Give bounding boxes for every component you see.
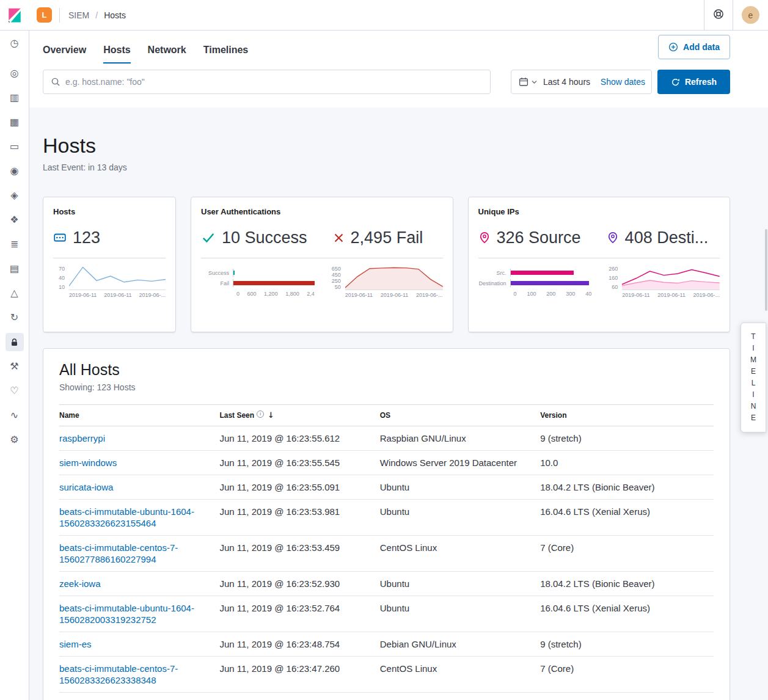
refresh-button[interactable]: Refresh xyxy=(657,70,730,94)
content-header: OverviewHostsNetworkTimelines Add data xyxy=(29,31,768,108)
nav-recently-viewed[interactable]: ◷ xyxy=(5,34,24,53)
map-pin-icon xyxy=(607,232,619,244)
column-header-name[interactable]: Name xyxy=(59,405,219,426)
search-input[interactable] xyxy=(65,77,483,87)
bar-track xyxy=(233,279,315,287)
nav-canvas[interactable]: ▭ xyxy=(5,137,24,156)
nav-infrastructure[interactable]: ▤ xyxy=(5,260,24,278)
timeline-letter: I xyxy=(741,343,766,354)
host-name-link[interactable]: siem-windows xyxy=(59,458,117,468)
nav-graph[interactable]: ❖ xyxy=(5,211,24,229)
bar-row: Destination xyxy=(478,279,592,287)
nav-logs[interactable]: ≣ xyxy=(5,235,24,253)
all-hosts-title: All Hosts xyxy=(59,361,714,379)
x-tick: 2019-06-... xyxy=(693,292,720,298)
host-name-link[interactable]: zeek-iowa xyxy=(59,578,101,589)
help-button[interactable] xyxy=(713,9,724,21)
y-tick: 260 xyxy=(606,266,618,272)
sparkline xyxy=(622,266,720,290)
page-body: Hosts Last Event: in 13 days Hosts 123 xyxy=(29,108,768,700)
nav-discover[interactable]: ◎ xyxy=(5,64,24,82)
host-name-link[interactable]: siem-es xyxy=(59,639,92,649)
space-badge[interactable]: L xyxy=(37,7,52,23)
version-cell: 7 (Core) xyxy=(540,657,714,693)
y-tick: 160 xyxy=(606,275,618,281)
host-name-link[interactable]: beats-ci-immutable-ubuntu-1604-156028332… xyxy=(59,506,194,528)
column-header-os[interactable]: OS xyxy=(380,405,540,426)
tab-overview[interactable]: Overview xyxy=(43,45,86,64)
calendar-icon xyxy=(519,77,528,87)
plus-in-circle-icon xyxy=(668,42,678,52)
uptime-icon: ↻ xyxy=(10,313,18,323)
column-label: Version xyxy=(540,411,566,420)
x-tick: 2019-06-11 xyxy=(345,292,373,298)
host-name-link[interactable]: raspberrypi xyxy=(59,433,105,443)
breadcrumb-separator: / xyxy=(95,10,98,20)
column-header-last-seen[interactable]: Last Seeni↓ xyxy=(219,405,379,426)
y-tick: 40 xyxy=(53,275,65,281)
y-axis-labels: 26016060 xyxy=(606,266,620,290)
scrollbar-thumb[interactable] xyxy=(765,229,767,311)
hosts-count: 123 xyxy=(73,228,100,247)
app-nav-rail: ◷◎▥▦▭◉◈❖≣▤△↻⚒♡∿⚙ xyxy=(0,31,29,700)
all-hosts-showing: Showing: 123 Hosts xyxy=(59,382,714,392)
x-tick: 2019-06-11 xyxy=(104,292,131,298)
table-row: siem-windowsJun 11, 2019 @ 16:23:55.545W… xyxy=(59,451,714,475)
spark-row: 704010 xyxy=(53,266,166,290)
canvas-icon: ▭ xyxy=(10,142,19,151)
topbar-right: e xyxy=(704,0,768,30)
breadcrumb-page: Hosts xyxy=(104,10,126,20)
host-name-cell: siem-windows xyxy=(59,451,219,475)
host-name-link[interactable]: beats-ci-immutable-ubuntu-1604-156028200… xyxy=(59,603,194,625)
tab-hosts[interactable]: Hosts xyxy=(103,45,130,64)
nav-stack-monitoring[interactable]: ♡ xyxy=(5,382,24,400)
card-divider xyxy=(201,258,443,258)
nav-management[interactable]: ⚙ xyxy=(5,431,24,449)
bar-category-label: Destination xyxy=(478,280,510,286)
success-stat: 10 Success xyxy=(201,228,307,247)
bar xyxy=(511,271,574,275)
last-seen-cell: Jun 11, 2019 @ 16:23:55.612 xyxy=(219,426,379,451)
calendar-dropdown-button[interactable] xyxy=(517,76,538,88)
version-cell: 18.04.2 LTS (Bionic Beaver) xyxy=(540,572,714,596)
nav-uptime[interactable]: ↻ xyxy=(5,308,24,327)
column-header-version[interactable]: Version xyxy=(540,405,714,426)
bar-track xyxy=(510,269,592,277)
host-name-link[interactable]: beats-ci-immutable-centos-7-156027788616… xyxy=(59,542,178,564)
auth-bar-chart: SuccessFail06001,2001,8002,4 xyxy=(201,266,315,298)
nav-dev-tools[interactable]: ⚒ xyxy=(5,357,24,376)
last-seen-cell: Jun 11, 2019 @ 16:23:55.091 xyxy=(219,475,379,500)
nav-metrics[interactable]: ∿ xyxy=(5,406,24,425)
nav-dashboard[interactable]: ▦ xyxy=(5,113,24,131)
hosts-card-title: Hosts xyxy=(53,207,166,216)
bar xyxy=(233,281,315,285)
kibana-logo[interactable] xyxy=(0,0,29,30)
add-data-label: Add data xyxy=(683,42,720,52)
nav-machine-learning[interactable]: ◈ xyxy=(5,186,24,205)
version-cell: 16.04.6 LTS (Xenial Xerus) xyxy=(540,596,714,632)
host-name-link[interactable]: suricata-iowa xyxy=(59,482,113,492)
nav-visualize[interactable]: ▥ xyxy=(5,89,24,107)
host-name-link[interactable]: beats-ci-immutable-centos-7-156028332662… xyxy=(59,663,178,685)
nav-apm[interactable]: △ xyxy=(5,284,24,302)
add-data-button[interactable]: Add data xyxy=(658,35,730,59)
tab-network[interactable]: Network xyxy=(148,45,186,64)
bar-category-label: Success xyxy=(201,270,233,276)
all-hosts-tbody: raspberrypiJun 11, 2019 @ 16:23:55.612Ra… xyxy=(59,426,714,693)
last-seen-cell: Jun 11, 2019 @ 16:23:52.764 xyxy=(219,596,379,632)
tab-timelines[interactable]: Timelines xyxy=(203,45,249,64)
timeline-toggle-button[interactable]: TIMELINE xyxy=(741,323,766,432)
page-head: Hosts Last Event: in 13 days xyxy=(43,108,730,172)
nav-maps[interactable]: ◉ xyxy=(5,162,24,180)
avatar[interactable]: e xyxy=(742,6,759,24)
y-tick: 650 xyxy=(329,266,341,272)
last-seen-cell: Jun 11, 2019 @ 16:23:53.981 xyxy=(219,500,379,536)
kpi-row: Hosts 123 7040102019-06-112019-06-112019… xyxy=(43,197,730,332)
bar-row: Success xyxy=(201,269,315,277)
show-dates-link[interactable]: Show dates xyxy=(601,77,645,87)
help-icon xyxy=(713,9,724,20)
date-range-label[interactable]: Last 4 hours xyxy=(543,77,596,87)
x-tick: 300 xyxy=(566,291,575,297)
nav-siem[interactable] xyxy=(5,333,24,351)
breadcrumb-app[interactable]: SIEM xyxy=(68,10,89,20)
